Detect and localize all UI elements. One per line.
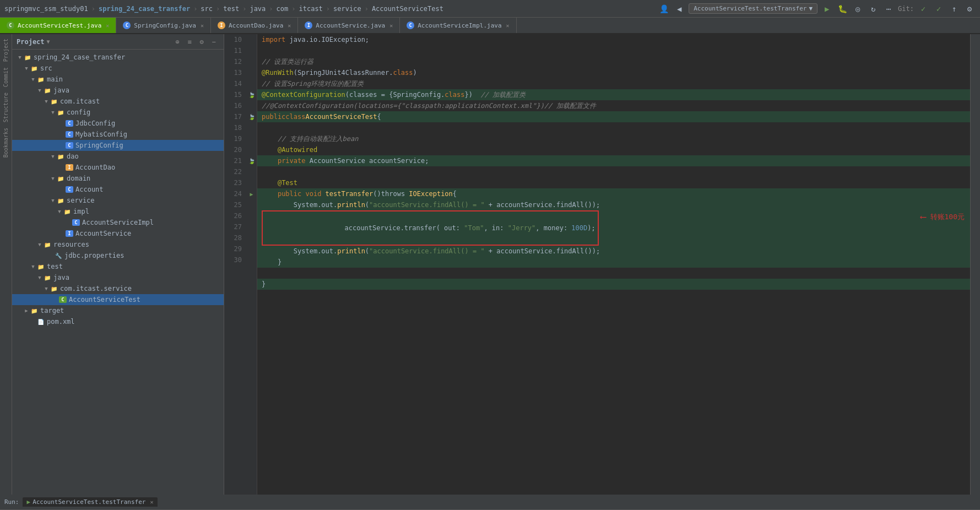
- tree-comitcastservice[interactable]: ▼ 📁 com.itcast.service: [12, 283, 224, 294]
- breadcrumb-transfer[interactable]: spring_24_case_transfer: [99, 5, 190, 13]
- tree-java-main[interactable]: ▼ 📁 java: [12, 85, 224, 96]
- folder-icon-test: 📁: [36, 263, 45, 270]
- debug-button[interactable]: 🐛: [836, 3, 848, 15]
- more-button[interactable]: ⋯: [882, 3, 895, 15]
- sidebar-header: Project ▼ ⊕ ≡ ⚙ −: [12, 34, 224, 50]
- breadcrumb-class: AccountServiceTest: [372, 5, 443, 13]
- run-tab-accountservicetest[interactable]: ▶ AccountServiceTest.testTransfer ✕: [23, 497, 158, 507]
- tree-springconfig[interactable]: C SpringConfig: [12, 140, 224, 151]
- code-line-10: import java.io.IOException;: [257, 34, 970, 45]
- git-upload-icon[interactable]: ↑: [948, 3, 960, 15]
- tree-jdbcprops[interactable]: 🔧 jdbc.properties: [12, 250, 224, 261]
- project-tree: ▼ 📁 spring_24_case_transfer ▼ 📁 src ▼ 📁 …: [12, 50, 224, 495]
- code-line-16: //@ContextConfiguration(locations={"clas…: [257, 100, 970, 111]
- tab-close-springconfig[interactable]: ✕: [201, 23, 204, 29]
- breadcrumb-springmvc[interactable]: springmvc_ssm_study01: [4, 5, 88, 13]
- git-label: Git:: [898, 5, 914, 13]
- tree-arrow-java-main: ▼: [36, 88, 43, 93]
- tree-accountserviceimpl[interactable]: C AccountServiceImpl: [12, 217, 224, 228]
- run-config-dropdown-icon[interactable]: ▼: [809, 5, 813, 12]
- coverage-button[interactable]: ◎: [852, 3, 864, 15]
- tab-accountdao[interactable]: I AccountDao.java ✕: [211, 18, 298, 33]
- sidebar-dropdown-icon[interactable]: ▼: [47, 39, 50, 45]
- run-config-label: AccountServiceTest.testTransfer: [694, 5, 806, 12]
- tree-arrow-spring24: ▼: [17, 55, 23, 60]
- java-icon-accountdao: I: [65, 164, 74, 171]
- tree-accountdao[interactable]: I AccountDao: [12, 162, 224, 173]
- tree-java-test[interactable]: ▼ 📁 java: [12, 272, 224, 283]
- tree-domain[interactable]: ▼ 📁 domain: [12, 173, 224, 184]
- tree-label-account: Account: [75, 186, 104, 193]
- folder-icon-java-main: 📁: [43, 86, 52, 94]
- tree-config[interactable]: ▼ 📁 config: [12, 107, 224, 118]
- tree-label-domain: domain: [67, 175, 90, 182]
- run-tab-close[interactable]: ✕: [150, 499, 153, 505]
- folder-icon-impl: 📁: [63, 208, 72, 215]
- tree-accountservicetest[interactable]: C AccountServiceTest: [12, 294, 224, 305]
- arrow-right-icon: ⟵: [921, 211, 926, 223]
- tree-jdbcconfig[interactable]: C JdbcConfig: [12, 118, 224, 129]
- run-config-box[interactable]: AccountServiceTest.testTransfer ▼: [689, 3, 817, 14]
- tree-resources[interactable]: ▼ 📁 resources: [12, 239, 224, 250]
- tree-spring24[interactable]: ▼ 📁 spring_24_case_transfer: [12, 52, 224, 63]
- git-check2-icon[interactable]: ✓: [933, 3, 945, 15]
- tab-close-accountdao[interactable]: ✕: [288, 23, 291, 29]
- locate-icon[interactable]: ⊕: [172, 36, 183, 47]
- tree-main[interactable]: ▼ 📁 main: [12, 74, 224, 85]
- bookmarks-vtab[interactable]: Bookmarks: [2, 126, 10, 160]
- run-button[interactable]: ▶: [821, 3, 833, 15]
- tree-accountservice[interactable]: I AccountService: [12, 228, 224, 239]
- tree-service[interactable]: ▼ 📁 service: [12, 195, 224, 206]
- vcs-icon[interactable]: 👤: [658, 3, 670, 15]
- tree-label-impl: impl: [73, 208, 89, 215]
- collapse-all-icon[interactable]: ≡: [184, 36, 195, 47]
- run-tab-icon: ▶: [27, 498, 31, 506]
- tree-label-dao: dao: [67, 153, 79, 160]
- tree-pomxml[interactable]: 📄 pom.xml: [12, 316, 224, 327]
- tree-impl[interactable]: ▼ 📁 impl: [12, 206, 224, 217]
- tree-label-src: src: [40, 64, 52, 72]
- tree-label-accountservice: AccountService: [75, 230, 131, 237]
- tree-target[interactable]: ▶ 📁 target: [12, 305, 224, 316]
- refresh-button[interactable]: ↻: [867, 3, 879, 15]
- tab-close-accountservice[interactable]: ✕: [389, 23, 393, 29]
- sidebar-title: Project: [17, 38, 45, 46]
- transfer-annotation: 转账100元: [930, 211, 965, 223]
- tab-accountservice[interactable]: I AccountService.java ✕: [298, 18, 400, 33]
- tree-account[interactable]: C Account: [12, 184, 224, 195]
- close-sidebar-icon[interactable]: −: [208, 36, 219, 47]
- tab-icon-accountservicetest: C: [7, 21, 14, 29]
- tree-dao[interactable]: ▼ 📁 dao: [12, 151, 224, 162]
- tab-springconfig[interactable]: C SpringConfig.java ✕: [116, 18, 211, 33]
- tree-label-target: target: [40, 307, 64, 314]
- folder-icon-comitcastservice: 📁: [50, 285, 58, 292]
- tab-icon-accountserviceimpl: C: [407, 21, 414, 29]
- commit-vtab[interactable]: Commit: [2, 65, 10, 89]
- code-line-15: @ContextConfiguration(classes = {SpringC…: [257, 89, 970, 100]
- code-line-17: public class AccountServiceTest {: [257, 111, 970, 122]
- project-vtab[interactable]: Project: [2, 36, 10, 64]
- structure-vtab[interactable]: Structure: [2, 90, 10, 124]
- left-vertical-tabs: Project Commit Structure Bookmarks: [0, 34, 12, 495]
- tree-label-resources: resources: [53, 241, 89, 248]
- folder-icon-domain: 📁: [56, 175, 65, 182]
- tree-arrow-config: ▼: [50, 110, 56, 115]
- settings-icon[interactable]: ⚙: [963, 3, 976, 15]
- tab-accountservicetest[interactable]: C AccountServiceTest.java ✕: [0, 18, 116, 33]
- tab-close-accountservicetest[interactable]: ✕: [106, 23, 109, 29]
- code-line-28: }: [257, 257, 970, 268]
- tree-comitcast[interactable]: ▼ 📁 com.itcast: [12, 96, 224, 107]
- code-line-24: public void testTransfer()throws IOExcep…: [257, 188, 970, 199]
- tree-src[interactable]: ▼ 📁 src: [12, 63, 224, 74]
- sidebar-settings-icon[interactable]: ⚙: [196, 36, 207, 47]
- tree-label-jdbcprops: jdbc.properties: [64, 252, 124, 259]
- tab-close-accountserviceimpl[interactable]: ✕: [506, 23, 510, 29]
- code-line-25: System.out.println("accountService.findA…: [257, 199, 970, 210]
- tree-mybatisconfig[interactable]: C MybatisConfig: [12, 129, 224, 140]
- back-icon[interactable]: ◀: [673, 3, 685, 15]
- tab-label-accountservice: AccountService.java: [316, 22, 385, 29]
- tab-accountserviceimpl[interactable]: C AccountServiceImpl.java ✕: [400, 18, 516, 33]
- git-check1-icon[interactable]: ✓: [917, 3, 929, 15]
- code-container[interactable]: 10 11 12 13 14 15 16 17 18 19 20 21 22 2…: [224, 34, 970, 495]
- tree-test[interactable]: ▼ 📁 test: [12, 261, 224, 272]
